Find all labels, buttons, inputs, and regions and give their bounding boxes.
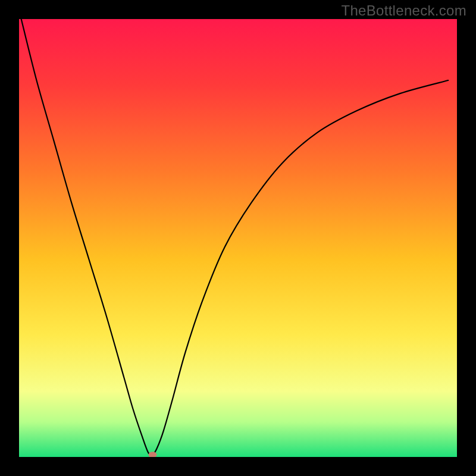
watermark-text: TheBottleneck.com (341, 2, 466, 19)
svg-rect-0 (19, 19, 457, 457)
plot-area (19, 19, 457, 457)
chart-frame: TheBottleneck.com (0, 0, 476, 476)
background-gradient (19, 19, 457, 457)
